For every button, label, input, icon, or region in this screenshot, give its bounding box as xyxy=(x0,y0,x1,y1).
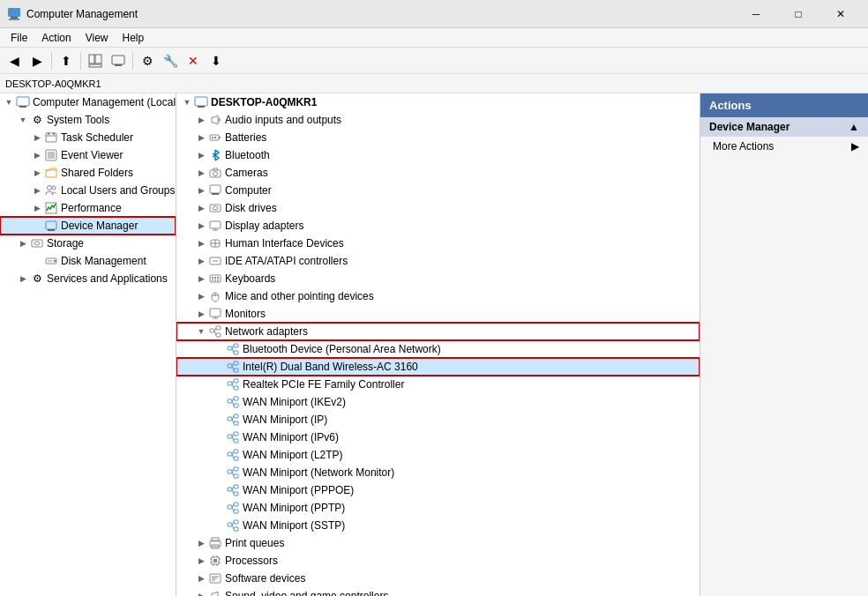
sidebar-item-local-users[interactable]: ▶ Local Users and Groups xyxy=(0,182,176,199)
actions-item-more-actions[interactable]: More Actions ▶ xyxy=(700,137,868,156)
device-intel-wireless[interactable]: ▶ Intel(R) Dual Band Wireless-AC 3160 ⬅ xyxy=(176,358,700,376)
device-keyboards[interactable]: ▶ Keyboards xyxy=(176,270,700,287)
toolbar-back[interactable]: ◀ xyxy=(4,50,25,71)
sidebar-item-device-manager[interactable]: ▶ Device Manager ⬅ xyxy=(0,217,176,235)
icon-realtek xyxy=(226,377,240,391)
device-realtek[interactable]: ▶ Realtek PCIe FE Family Controller xyxy=(176,376,700,393)
svg-rect-88 xyxy=(234,414,238,418)
svg-rect-117 xyxy=(228,523,232,526)
svg-rect-99 xyxy=(234,457,238,460)
device-monitors[interactable]: ▶ Monitors xyxy=(176,305,700,323)
device-mice[interactable]: ▶ Mice and other pointing devices xyxy=(176,287,700,305)
toolbar-wrench[interactable]: 🔧 xyxy=(160,50,181,71)
svg-rect-83 xyxy=(234,397,238,400)
label-sound: Sound, video and game controllers xyxy=(222,590,388,596)
menu-help[interactable]: Help xyxy=(116,30,152,46)
expander-disk-drives: ▶ xyxy=(194,201,208,215)
device-processors[interactable]: ▶ Processors xyxy=(176,552,700,570)
expander-software: ▶ xyxy=(194,571,208,585)
menu-file[interactable]: File xyxy=(4,30,34,46)
svg-rect-52 xyxy=(217,277,219,279)
window-title: Computer Management xyxy=(26,8,736,20)
device-ide[interactable]: ▶ IDE ATA/ATAPI controllers xyxy=(176,252,700,270)
toolbar-gear[interactable]: ⚙ xyxy=(137,50,158,71)
device-batteries[interactable]: ▶ Batteries xyxy=(176,129,700,146)
label-processors: Processors xyxy=(222,555,278,567)
sidebar-item-performance[interactable]: ▶ Performance xyxy=(0,199,176,217)
svg-rect-72 xyxy=(228,364,232,368)
label-shared-folders: Shared Folders xyxy=(58,167,133,179)
sidebar-item-system-tools[interactable]: ▼ ⚙ System Tools xyxy=(0,111,176,129)
sidebar-item-storage[interactable]: ▶ Storage xyxy=(0,235,176,252)
label-ide: IDE ATA/ATAPI controllers xyxy=(222,255,348,267)
sidebar-item-task-scheduler[interactable]: ▶ Task Scheduler xyxy=(0,129,176,146)
sidebar-item-computer-mgmt[interactable]: ▼ Computer Management (Local xyxy=(0,93,176,111)
device-wan-netmon[interactable]: ▶ WAN Miniport (Network Monitor) xyxy=(176,464,700,481)
label-performance: Performance xyxy=(58,202,122,214)
device-network-adapters[interactable]: ▼ Network adapters ⬅ xyxy=(176,323,700,340)
expander-network-adapters: ▼ xyxy=(194,324,208,339)
expander-audio: ▶ xyxy=(194,113,208,127)
device-root[interactable]: ▼ DESKTOP-A0QMKR1 xyxy=(176,93,700,111)
device-wan-ip[interactable]: ▶ WAN Miniport (IP) xyxy=(176,411,700,428)
device-wan-sstp[interactable]: ▶ WAN Miniport (SSTP) xyxy=(176,517,700,534)
svg-rect-50 xyxy=(212,277,213,279)
svg-rect-3 xyxy=(89,55,94,63)
device-wan-ikev2[interactable]: ▶ WAN Miniport (IKEv2) xyxy=(176,393,700,411)
toolbar-computer[interactable] xyxy=(108,50,129,71)
sidebar-item-disk-mgmt[interactable]: ▶ Disk Management xyxy=(0,252,176,270)
device-print-queues[interactable]: ▶ Print queues xyxy=(176,534,700,552)
sidebar-item-services-apps[interactable]: ▶ ⚙ Services and Applications xyxy=(0,270,176,287)
close-button[interactable]: ✕ xyxy=(820,0,861,28)
minimize-button[interactable]: ─ xyxy=(736,0,776,28)
device-disk-drives[interactable]: ▶ Disk drives xyxy=(176,199,700,217)
device-wan-ipv6[interactable]: ▶ WAN Miniport (IPv6) xyxy=(176,428,700,446)
toolbar-delete[interactable]: ✕ xyxy=(183,50,204,71)
expander-system-tools: ▼ xyxy=(16,113,30,127)
menu-action[interactable]: Action xyxy=(34,30,78,46)
device-sound[interactable]: ▶ Sound, video and game controllers xyxy=(176,587,700,596)
icon-hid xyxy=(208,236,222,250)
device-hid[interactable]: ▶ Human Interface Devices xyxy=(176,235,700,252)
device-audio[interactable]: ▶ Audio inputs and outputs xyxy=(176,111,700,129)
expander-services-apps: ▶ xyxy=(16,272,30,286)
label-task-scheduler: Task Scheduler xyxy=(58,131,133,144)
toolbar-show-hide[interactable] xyxy=(85,50,106,71)
device-bluetooth[interactable]: ▶ Bluetooth xyxy=(176,146,700,164)
menu-view[interactable]: View xyxy=(79,30,116,46)
toolbar-up[interactable]: ⬆ xyxy=(56,50,77,71)
device-computer[interactable]: ▶ Computer xyxy=(176,182,700,199)
svg-rect-109 xyxy=(234,492,238,495)
device-wan-pppoe[interactable]: ▶ WAN Miniport (PPPOE) xyxy=(176,481,700,499)
icon-cameras xyxy=(208,166,222,180)
svg-rect-8 xyxy=(17,97,29,106)
label-wan-ikev2: WAN Miniport (IKEv2) xyxy=(240,396,346,408)
maximize-button[interactable]: □ xyxy=(778,0,819,28)
device-wan-pptp[interactable]: ▶ WAN Miniport (PPTP) xyxy=(176,499,700,517)
svg-rect-89 xyxy=(234,421,238,425)
svg-rect-41 xyxy=(210,221,221,228)
svg-rect-114 xyxy=(234,510,238,513)
actions-section-device-manager[interactable]: Device Manager ▲ xyxy=(700,117,868,137)
expander-shared-folders: ▶ xyxy=(30,166,44,180)
window-controls: ─ □ ✕ xyxy=(736,0,861,28)
icon-wan-ip xyxy=(226,413,240,427)
device-software[interactable]: ▶ Software devices xyxy=(176,570,700,587)
sidebar-item-shared-folders[interactable]: ▶ Shared Folders xyxy=(0,164,176,182)
toolbar-forward[interactable]: ▶ xyxy=(26,50,48,71)
actions-header: Actions xyxy=(700,93,868,117)
icon-audio xyxy=(208,113,222,127)
device-bt-pan[interactable]: ▶ Bluetooth Device (Personal Area Networ… xyxy=(176,340,700,358)
toolbar-down[interactable]: ⬇ xyxy=(206,50,227,71)
expander-display-adapters: ▶ xyxy=(194,219,208,233)
expander-task-scheduler: ▶ xyxy=(30,130,44,145)
device-wan-l2tp[interactable]: ▶ WAN Miniport (L2TP) xyxy=(176,446,700,464)
sidebar-item-event-viewer[interactable]: ▶ Event Viewer xyxy=(0,146,176,164)
icon-sound xyxy=(208,589,222,596)
device-display-adapters[interactable]: ▶ Display adapters xyxy=(176,217,700,235)
icon-wan-ikev2 xyxy=(226,395,240,409)
device-cameras[interactable]: ▶ Cameras xyxy=(176,164,700,182)
icon-performance xyxy=(44,201,58,215)
svg-line-71 xyxy=(232,348,234,353)
svg-rect-6 xyxy=(112,56,124,64)
